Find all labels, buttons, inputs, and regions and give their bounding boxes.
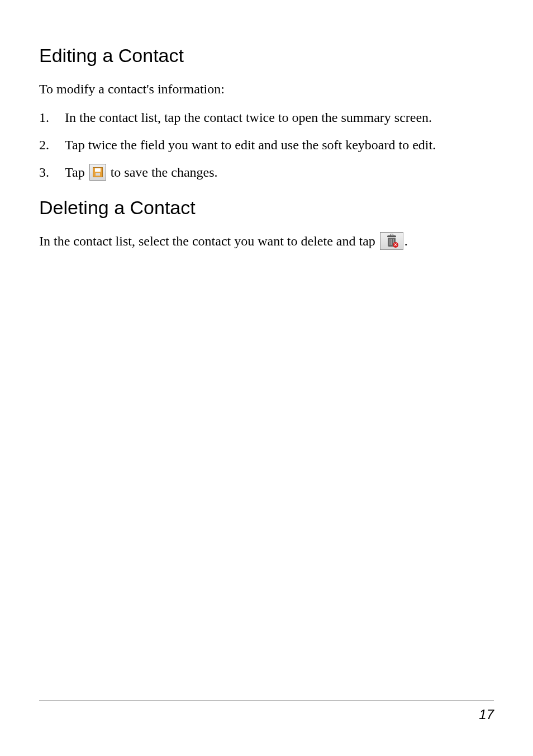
- list-item-text-after: to save the changes.: [107, 165, 218, 179]
- delete-text-after: .: [404, 234, 408, 248]
- list-item-text-before: Tap: [65, 165, 88, 179]
- list-item: Tap twice the field you want to edit and…: [39, 135, 494, 155]
- delete-text-before: In the contact list, select the contact …: [39, 234, 379, 248]
- trash-delete-icon: [380, 232, 403, 250]
- page-footer: 17: [39, 701, 494, 722]
- page-number: 17: [479, 707, 494, 722]
- list-item: In the contact list, tap the contact twi…: [39, 108, 494, 127]
- editing-steps-list: In the contact list, tap the contact twi…: [39, 108, 494, 182]
- intro-paragraph: To modify a contact's information:: [39, 80, 494, 98]
- heading-editing-contact: Editing a Contact: [39, 45, 494, 67]
- delete-paragraph: In the contact list, select the contact …: [39, 232, 494, 251]
- list-item: Tap to save the changes.: [39, 163, 494, 182]
- heading-deleting-contact: Deleting a Contact: [39, 197, 494, 219]
- save-icon: [89, 164, 106, 181]
